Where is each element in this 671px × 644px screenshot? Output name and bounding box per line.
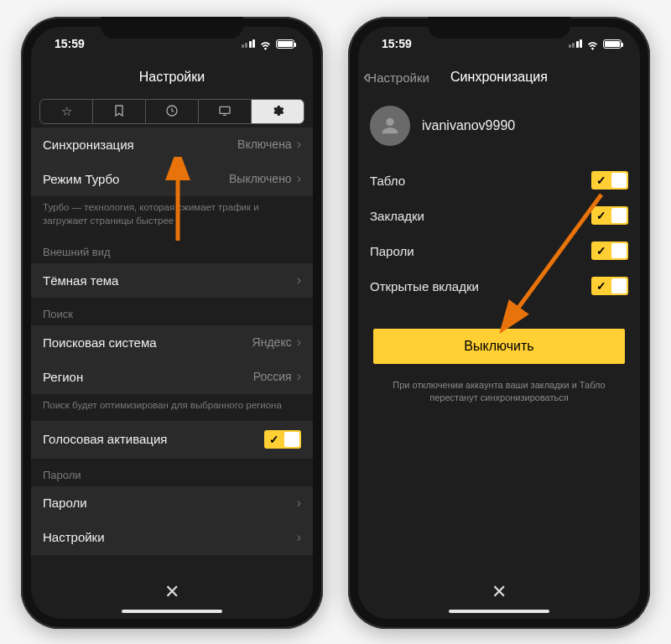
section-search: Поиск bbox=[31, 298, 313, 325]
navbar-title: Синхронизация bbox=[450, 70, 548, 85]
gear-icon bbox=[271, 104, 284, 120]
tab-bookmarks[interactable] bbox=[93, 100, 146, 123]
toggle-knob bbox=[611, 278, 627, 293]
row-value: Выключено bbox=[229, 172, 292, 185]
status-time: 15:59 bbox=[55, 37, 85, 50]
row-value: Яндекс bbox=[252, 335, 292, 349]
check-icon: ✓ bbox=[266, 432, 283, 447]
phone-right: 15:59 ‹ Настройки Синхронизация ivanivan… bbox=[348, 17, 650, 629]
status-right bbox=[242, 39, 295, 49]
footer: ✕ bbox=[31, 565, 313, 619]
notch bbox=[101, 17, 243, 39]
tab-settings[interactable] bbox=[252, 100, 304, 123]
status-right bbox=[569, 39, 622, 49]
screen-settings: 15:59 Настройки ☆ Синхронизация Включена bbox=[31, 27, 313, 619]
signal-icon bbox=[242, 39, 256, 48]
row-passwords[interactable]: Пароли › bbox=[31, 486, 313, 521]
row-sync[interactable]: Синхронизация Включена › bbox=[31, 127, 313, 162]
wifi-icon bbox=[586, 39, 599, 49]
home-indicator bbox=[122, 610, 222, 613]
row-region[interactable]: Регион Россия › bbox=[31, 360, 313, 394]
row-label: Режим Турбо bbox=[43, 172, 229, 186]
row-value: Включена bbox=[237, 138, 292, 151]
sync-row-open-tabs: Открытые вкладки ✓ bbox=[358, 268, 640, 304]
tab-favorites[interactable]: ☆ bbox=[40, 100, 93, 123]
row-label: Табло bbox=[370, 174, 591, 188]
back-button[interactable]: ‹ Настройки bbox=[363, 68, 429, 86]
row-label: Пароли bbox=[370, 244, 591, 258]
toggle-knob bbox=[611, 208, 627, 223]
voice-toggle[interactable]: ✓ bbox=[264, 430, 301, 449]
avatar[interactable] bbox=[370, 106, 410, 146]
row-search-engine[interactable]: Поисковая система Яндекс › bbox=[31, 325, 313, 360]
row-label: Закладки bbox=[370, 209, 591, 223]
toggle-bookmarks[interactable]: ✓ bbox=[591, 206, 628, 225]
toggle-knob bbox=[611, 243, 627, 258]
notch bbox=[428, 17, 570, 39]
section-passwords: Пароли bbox=[31, 459, 313, 486]
tab-history[interactable] bbox=[146, 100, 199, 123]
clock-icon bbox=[165, 104, 179, 120]
row-dark-theme[interactable]: Тёмная тема › bbox=[31, 263, 313, 298]
region-hint: Поиск будет оптимизирован для выбранного… bbox=[31, 394, 313, 421]
check-icon: ✓ bbox=[593, 278, 610, 293]
settings-list: Синхронизация Включена › Режим Турбо Вык… bbox=[31, 127, 313, 583]
row-label: Регион bbox=[43, 370, 253, 384]
chevron-right-icon: › bbox=[297, 137, 301, 152]
check-icon: ✓ bbox=[593, 173, 610, 188]
toggle-open-tabs[interactable]: ✓ bbox=[591, 277, 628, 295]
row-turbo[interactable]: Режим Турбо Выключено › bbox=[31, 162, 313, 196]
star-icon: ☆ bbox=[61, 104, 72, 119]
sync-row-passwords: Пароли ✓ bbox=[358, 233, 640, 268]
chevron-right-icon: › bbox=[297, 369, 301, 384]
toggle-passwords[interactable]: ✓ bbox=[591, 242, 628, 260]
row-voice-activation[interactable]: Голосовая активация ✓ bbox=[31, 421, 313, 459]
svg-rect-1 bbox=[220, 106, 230, 113]
signal-icon bbox=[569, 39, 583, 48]
sync-items: Табло ✓ Закладки ✓ Пароли ✓ Открытые вкл… bbox=[358, 163, 640, 304]
battery-icon bbox=[276, 39, 294, 49]
segment-tabs: ☆ bbox=[39, 99, 304, 124]
wifi-icon bbox=[259, 39, 272, 49]
chevron-right-icon: › bbox=[297, 273, 301, 288]
section-appearance: Внешний вид bbox=[31, 236, 313, 263]
row-label: Открытые вкладки bbox=[370, 279, 591, 293]
chevron-right-icon: › bbox=[297, 496, 301, 511]
row-label: Тёмная тема bbox=[43, 273, 297, 288]
toggle-tablo[interactable]: ✓ bbox=[591, 171, 628, 190]
row-label: Поисковая система bbox=[43, 335, 252, 350]
tab-desktop[interactable] bbox=[199, 100, 252, 123]
footer: ✕ bbox=[358, 565, 640, 619]
disable-sync-button[interactable]: Выключить bbox=[373, 329, 625, 364]
chevron-right-icon: › bbox=[297, 530, 301, 545]
home-indicator bbox=[449, 610, 549, 613]
chevron-right-icon: › bbox=[297, 171, 301, 186]
phone-left: 15:59 Настройки ☆ Синхронизация Включена bbox=[21, 17, 323, 629]
row-label: Настройки bbox=[43, 530, 297, 544]
check-icon: ✓ bbox=[593, 243, 610, 258]
disable-disclaimer: При отключении аккаунта ваши закладки и … bbox=[358, 364, 640, 420]
screen-sync: 15:59 ‹ Настройки Синхронизация ivanivan… bbox=[358, 27, 640, 619]
toggle-knob bbox=[611, 173, 627, 188]
row-value: Россия bbox=[253, 370, 292, 383]
turbo-hint: Турбо — технология, которая сжимает траф… bbox=[31, 196, 313, 236]
bookmark-icon bbox=[112, 104, 126, 120]
navbar: ‹ Настройки Синхронизация bbox=[358, 60, 640, 94]
close-icon[interactable]: ✕ bbox=[164, 581, 179, 603]
username: ivanivanov9990 bbox=[422, 118, 515, 133]
toggle-knob bbox=[284, 432, 299, 447]
profile: ivanivanov9990 bbox=[358, 94, 640, 163]
chevron-right-icon: › bbox=[297, 335, 301, 350]
navbar-title: Настройки bbox=[139, 70, 205, 85]
row-label: Голосовая активация bbox=[43, 432, 264, 446]
sync-row-bookmarks: Закладки ✓ bbox=[358, 198, 640, 233]
back-label: Настройки bbox=[367, 70, 429, 85]
row-label: Синхронизация bbox=[43, 138, 237, 152]
desktop-icon bbox=[218, 104, 231, 120]
row-settings[interactable]: Настройки › bbox=[31, 521, 313, 555]
sync-row-tablo: Табло ✓ bbox=[358, 163, 640, 198]
battery-icon bbox=[603, 39, 622, 49]
row-label: Пароли bbox=[43, 496, 297, 510]
close-icon[interactable]: ✕ bbox=[492, 581, 507, 603]
navbar: Настройки bbox=[31, 60, 313, 94]
